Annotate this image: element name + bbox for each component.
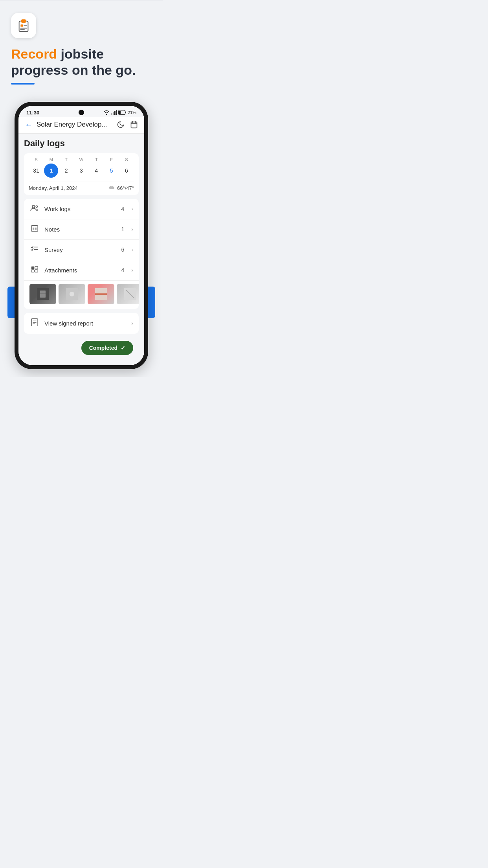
svg-rect-29: [31, 266, 34, 269]
page-header: Record jobsiteprogress on the go.: [0, 0, 163, 102]
notes-list-icon: [30, 225, 39, 232]
completed-label: Completed: [89, 345, 117, 351]
attachment-thumb-3[interactable]: [88, 284, 114, 304]
survey-count: 6: [121, 246, 125, 253]
blue-bump-left: [7, 287, 15, 318]
svg-rect-30: [35, 266, 38, 269]
weather-icon: [108, 185, 116, 191]
main-headline: Record jobsiteprogress on the go.: [11, 46, 152, 78]
top-nav: ← Solar Energy Develop...: [18, 117, 144, 134]
battery-percent: 21%: [128, 110, 136, 115]
day-label-5: F: [105, 157, 119, 162]
status-icons: 21%: [103, 110, 136, 115]
svg-point-19: [36, 206, 38, 208]
cal-date-31[interactable]: 31: [29, 164, 43, 178]
back-button[interactable]: ←: [25, 120, 33, 129]
cal-date-3[interactable]: 3: [74, 164, 88, 178]
day-label-2: T: [59, 157, 73, 162]
cal-date-6[interactable]: 6: [119, 164, 134, 178]
camera-notch: [79, 110, 84, 115]
svg-rect-13: [131, 122, 137, 128]
clipboard-icon: [16, 18, 31, 33]
notes-label: Notes: [44, 226, 117, 233]
attachment-thumb-2[interactable]: [59, 284, 85, 304]
weather-text: 66°/47°: [108, 185, 134, 191]
attachments-thumbnails: [24, 281, 139, 309]
daily-logs-title: Daily logs: [24, 138, 139, 149]
work-logs-chevron: ›: [131, 206, 133, 212]
cal-date-4[interactable]: 4: [89, 164, 103, 178]
survey-chevron: ›: [131, 246, 133, 253]
calendar-dates: 31 1 2 3 4 5 6: [29, 164, 134, 178]
view-signed-report-item[interactable]: View signed report ›: [24, 313, 139, 334]
attachment-thumb-4[interactable]: [117, 284, 139, 304]
nav-title: Solar Energy Develop...: [37, 121, 113, 129]
document-icon: [30, 318, 39, 326]
work-logs-label: Work logs: [44, 206, 117, 212]
main-list-card: Work logs 4 ›: [24, 199, 139, 309]
nav-icons: [117, 121, 138, 129]
phone-wrapper: 11:30: [15, 102, 148, 369]
completed-btn-wrapper: Completed ✓: [24, 338, 139, 360]
headline-accent: Record: [11, 46, 57, 61]
app-icon: [11, 13, 36, 38]
svg-rect-6: [111, 113, 112, 115]
calendar-day-labels: S M T W T F S: [29, 157, 134, 162]
phone-frame: 11:30: [15, 102, 148, 369]
status-bar: 11:30: [18, 106, 144, 117]
moon-icon[interactable]: [117, 121, 125, 129]
svg-rect-34: [40, 291, 46, 298]
survey-label: Survey: [44, 246, 117, 253]
day-label-1: M: [44, 157, 58, 162]
blue-bump-right: [148, 287, 155, 318]
calendar-icon[interactable]: [130, 121, 138, 129]
day-label-3: W: [74, 157, 88, 162]
day-label-4: T: [89, 157, 103, 162]
signal-icon: [111, 110, 117, 115]
day-label-6: S: [119, 157, 134, 162]
battery-icon: [118, 110, 126, 115]
svg-point-18: [32, 205, 35, 208]
cal-date-1[interactable]: 1: [44, 164, 58, 178]
date-text: Monday, April 1, 2024: [29, 185, 78, 191]
svg-rect-20: [31, 225, 38, 231]
content-area: Daily logs S M T W T F S 3: [18, 134, 144, 365]
wifi-icon: [103, 110, 110, 115]
blue-underline: [11, 83, 35, 85]
date-weather-row: Monday, April 1, 2024 66°/47°: [29, 182, 134, 191]
cal-date-5[interactable]: 5: [105, 164, 119, 178]
calendar-section: S M T W T F S 31 1 2 3: [24, 153, 139, 195]
svg-rect-1: [21, 20, 26, 23]
view-report-icon: [29, 318, 40, 328]
attachment-thumb-1[interactable]: [29, 284, 56, 304]
attachments-icon: [29, 266, 40, 275]
notes-icon: [29, 225, 40, 234]
survey-item[interactable]: Survey 6 ›: [24, 240, 139, 260]
notes-chevron: ›: [131, 226, 133, 232]
svg-point-37: [70, 292, 74, 296]
svg-rect-12: [119, 111, 121, 114]
svg-rect-32: [35, 269, 38, 272]
svg-rect-31: [31, 269, 34, 272]
attachments-count: 4: [121, 267, 125, 273]
svg-rect-8: [114, 111, 116, 115]
phone-screen: 11:30: [18, 106, 144, 365]
status-time: 11:30: [26, 110, 39, 116]
attachments-label: Attachments: [44, 267, 117, 274]
work-logs-item[interactable]: Work logs 4 ›: [24, 199, 139, 219]
attachments-chevron: ›: [131, 267, 133, 273]
completed-button[interactable]: Completed ✓: [81, 341, 133, 355]
view-signed-report-label: View signed report: [44, 320, 127, 327]
view-report-chevron: ›: [131, 320, 133, 326]
people-icon: [30, 204, 39, 211]
svg-rect-11: [125, 112, 126, 114]
view-signed-report-card[interactable]: View signed report ›: [24, 313, 139, 334]
survey-checklist-icon: [30, 245, 39, 252]
attachments-item[interactable]: Attachments 4 ›: [24, 260, 139, 281]
day-label-0: S: [29, 157, 43, 162]
cal-date-2[interactable]: 2: [59, 164, 73, 178]
notes-count: 1: [121, 226, 125, 232]
attachments-grid-icon: [30, 266, 39, 273]
weather-value: 66°/47°: [117, 185, 134, 191]
notes-item[interactable]: Notes 1 ›: [24, 219, 139, 240]
